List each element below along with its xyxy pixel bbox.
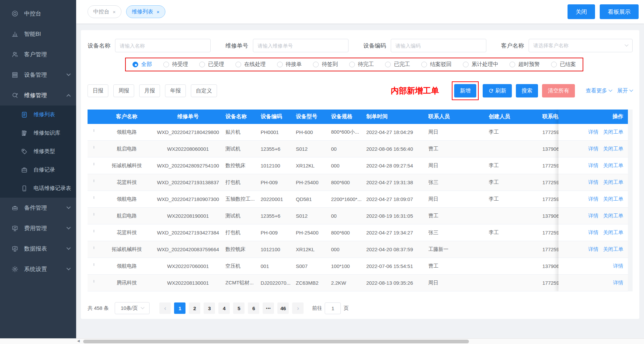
detail-link[interactable]: 详情 — [588, 246, 598, 253]
status-radio-已完工[interactable]: 已完工 — [385, 61, 410, 68]
sidebar-item-自修记录[interactable]: 自修记录 — [0, 161, 76, 179]
row-checkbox-cell — [88, 213, 103, 219]
row-checkbox[interactable] — [94, 180, 94, 182]
row-checkbox[interactable] — [94, 129, 94, 132]
row-checkbox[interactable] — [94, 163, 94, 165]
report-button-周报[interactable]: 周报 — [113, 84, 134, 97]
operation-cell: 详情 — [558, 275, 628, 291]
detail-link[interactable]: 详情 — [588, 162, 598, 169]
row-checkbox[interactable] — [94, 247, 94, 249]
table-cell: 李工 — [489, 196, 542, 202]
sidebar-item-中控台[interactable]: 中控台 — [0, 3, 76, 24]
close-order-link[interactable]: 关闭工单 — [603, 196, 623, 202]
users-icon — [11, 51, 18, 58]
sidebar-item-备件管理[interactable]: 备件管理 — [0, 198, 76, 218]
detail-link[interactable]: 详情 — [588, 179, 598, 186]
view-more-link[interactable]: 查看更多 — [586, 87, 612, 94]
page-button-5[interactable]: 5 — [233, 302, 245, 314]
status-radio-待接单[interactable]: 待接单 — [277, 61, 302, 68]
sidebar-item-费用管理[interactable]: 费用管理 — [0, 218, 76, 238]
radio-circle-icon — [349, 62, 355, 67]
sidebar-item-维修管理[interactable]: 维修管理 — [0, 85, 76, 106]
horizontal-scrollbar[interactable]: ◀ — [0, 338, 644, 344]
close-button[interactable]: 关闭 — [568, 4, 595, 19]
status-radio-待受理[interactable]: 待受理 — [163, 61, 188, 68]
status-radio-在线处理[interactable]: 在线处理 — [235, 61, 266, 68]
close-order-link[interactable]: 关闭工单 — [603, 162, 623, 169]
sidebar-item-客户管理[interactable]: 客户管理 — [0, 44, 76, 65]
status-radio-累计处理中[interactable]: 累计处理中 — [463, 61, 498, 68]
goto-page-input[interactable] — [325, 302, 341, 314]
sidebar-item-设备管理[interactable]: 设备管理 — [0, 65, 76, 85]
row-checkbox-cell — [88, 196, 103, 202]
sidebar-item-维修类型[interactable]: 维修类型 — [0, 142, 76, 161]
table-cell: 00 — [331, 146, 366, 152]
tab-维修列表[interactable]: 维修列表× — [126, 5, 165, 18]
table-scrollbar-track[interactable] — [628, 110, 633, 291]
sidebar-item-维修知识库[interactable]: 维修知识库 — [0, 124, 76, 142]
device-name-input[interactable] — [115, 39, 211, 52]
page-button-4[interactable]: 4 — [218, 302, 230, 314]
horizontal-scrollbar-thumb[interactable] — [83, 340, 469, 343]
clear-all-button[interactable]: 清空所有 — [542, 84, 575, 97]
detail-link[interactable]: 详情 — [588, 146, 598, 152]
row-checkbox[interactable] — [94, 263, 94, 266]
report-button-月报[interactable]: 月报 — [139, 84, 160, 97]
close-tab-icon[interactable]: × — [113, 9, 116, 15]
status-radio-已结案[interactable]: 已结案 — [551, 61, 576, 68]
page-button-2[interactable]: 2 — [189, 302, 200, 314]
close-order-link[interactable]: 关闭工单 — [603, 246, 623, 253]
status-radio-结案驳回[interactable]: 结案驳回 — [421, 61, 451, 68]
order-no-input[interactable] — [253, 39, 348, 52]
status-radio-待签到[interactable]: 待签到 — [313, 61, 338, 68]
page-button-1[interactable]: 1 — [174, 302, 185, 314]
status-radio-全部[interactable]: 全部 — [132, 61, 152, 68]
sidebar-item-label: 维修知识库 — [34, 130, 60, 137]
prev-page-button[interactable]: ‹ — [159, 302, 171, 314]
device-code-input[interactable] — [391, 39, 486, 52]
row-checkbox[interactable] — [94, 146, 94, 149]
tab-中控台[interactable]: 中控台× — [88, 5, 121, 18]
report-button-日报[interactable]: 日报 — [88, 84, 108, 97]
report-button-自定义[interactable]: 自定义 — [191, 84, 217, 97]
detail-link[interactable]: 详情 — [613, 263, 623, 269]
detail-link[interactable]: 详情 — [588, 196, 598, 202]
sidebar-item-维修列表[interactable]: 维修列表 — [0, 106, 76, 124]
status-radio-待完工[interactable]: 待完工 — [349, 61, 374, 68]
status-radio-已受理[interactable]: 已受理 — [199, 61, 224, 68]
close-order-link[interactable]: 关闭工单 — [603, 129, 623, 135]
detail-link[interactable]: 详情 — [588, 213, 598, 219]
row-checkbox[interactable] — [94, 196, 94, 199]
close-order-link[interactable]: 关闭工单 — [603, 146, 623, 152]
close-tab-icon[interactable]: × — [157, 9, 160, 15]
report-button-年报[interactable]: 年报 — [165, 84, 186, 97]
tab-label: 中控台 — [93, 8, 109, 15]
detail-link[interactable]: 详情 — [588, 129, 598, 135]
row-checkbox[interactable] — [94, 213, 94, 216]
sidebar-item-数据报表[interactable]: 数据报表 — [0, 238, 76, 259]
close-order-link[interactable]: 关闭工单 — [603, 229, 623, 236]
close-order-link[interactable]: 关闭工单 — [603, 213, 623, 219]
refresh-button[interactable]: 刷新 — [483, 84, 512, 97]
row-checkbox[interactable] — [94, 280, 94, 283]
kanban-display-button[interactable]: 看板展示 — [600, 4, 639, 19]
page-button-46[interactable]: 46 — [277, 302, 289, 314]
status-radio-超时预警[interactable]: 超时预警 — [509, 61, 540, 68]
close-order-link[interactable]: 关闭工单 — [603, 179, 623, 186]
page-button-6[interactable]: 6 — [248, 302, 259, 314]
add-button[interactable]: 新增 — [454, 84, 476, 97]
customer-name-select[interactable]: 请选择客户名称 — [529, 39, 633, 52]
expand-link[interactable]: 展开 — [617, 87, 633, 94]
sidebar-item-智能BI[interactable]: 智能BI — [0, 24, 76, 44]
sidebar-item-系统设置[interactable]: 系统设置 — [0, 259, 76, 279]
page-button-3[interactable]: 3 — [204, 302, 215, 314]
scroll-left-arrow-icon[interactable]: ◀ — [77, 339, 80, 343]
page-size-select[interactable]: 10条/页 — [115, 302, 150, 314]
search-button[interactable]: 搜索 — [516, 84, 538, 97]
row-checkbox[interactable] — [94, 230, 94, 232]
detail-link[interactable]: 详情 — [588, 229, 598, 236]
sidebar-item-电话维修记录表[interactable]: 电话维修记录表 — [0, 179, 76, 198]
next-page-button[interactable]: › — [292, 302, 304, 314]
chevron-up-icon — [66, 94, 71, 98]
detail-link[interactable]: 详情 — [613, 280, 623, 286]
